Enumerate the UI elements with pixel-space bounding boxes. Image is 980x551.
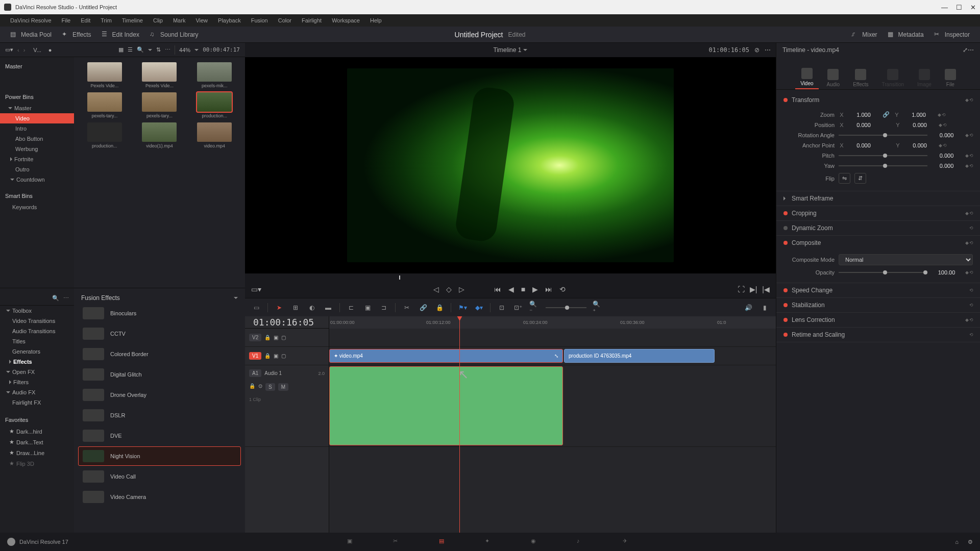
fx-tree-item[interactable]: Toolbox [0, 306, 74, 316]
fx-fav-item[interactable]: ★ Dark...hird [0, 426, 74, 437]
home-icon[interactable]: ⌂ [955, 539, 959, 545]
cropping-header[interactable]: Cropping◆ ⟲ [776, 206, 980, 220]
mixer-toggle[interactable]: ⎎Mixer [846, 29, 882, 40]
stabilization-header[interactable]: Stabilization⟲ [776, 298, 980, 312]
fx-tree-item[interactable]: Fairlight FX [0, 397, 74, 408]
lock-icon[interactable]: 🔒 [264, 335, 271, 340]
fx-item[interactable]: DSLR [78, 406, 241, 425]
keyframe-button[interactable]: ◆ ⟲ [939, 143, 946, 148]
zoom-y-input[interactable]: 1.000 [904, 112, 934, 118]
menu-item[interactable]: Color [273, 17, 297, 23]
play-icon[interactable]: ▶ [532, 285, 538, 293]
bin-item[interactable]: Abo Button [0, 134, 74, 144]
inspector-tab-effects[interactable]: Effects [848, 67, 873, 89]
pitch-slider[interactable] [839, 155, 927, 156]
lens-correction-header[interactable]: Lens Correction◆ ⟲ [776, 313, 980, 327]
bin-view-icon[interactable]: ▭▾ [5, 46, 13, 53]
prev-clip-icon[interactable]: |◀ [762, 285, 770, 293]
yaw-slider[interactable] [839, 165, 927, 166]
color-page-icon[interactable]: ◉ [531, 538, 541, 546]
fx-item[interactable]: Video Camera [78, 487, 241, 507]
pitch-input[interactable]: 0.000 [932, 153, 961, 159]
track-header-v1[interactable]: V1 🔒 ▣ ▢ [245, 347, 329, 365]
go-start-icon[interactable]: ⏮ [494, 285, 501, 293]
fullscreen-icon[interactable]: ⛶ [738, 285, 745, 293]
fairlight-page-icon[interactable]: ♪ [577, 538, 587, 546]
yaw-input[interactable]: 0.000 [932, 163, 961, 169]
fx-tree-item[interactable]: Open FX [0, 367, 74, 377]
menu-item[interactable]: Workspace [327, 17, 365, 23]
sound-library-toggle[interactable]: ♫Sound Library [144, 29, 204, 40]
fx-item[interactable]: Night Vision [78, 446, 241, 466]
viewer[interactable] [245, 57, 776, 273]
timeline-name[interactable]: Timeline 1 [494, 46, 522, 54]
clip-thumb[interactable]: pexels-tary... [134, 92, 185, 118]
loop-icon[interactable]: ⟲ [559, 285, 566, 293]
fx-item[interactable]: Digital Glitch [78, 365, 241, 384]
inspector-tab-file[interactable]: File [940, 67, 961, 89]
selection-tool-icon[interactable]: ➤ [274, 303, 284, 313]
sort-label[interactable]: V... [33, 47, 41, 53]
anchor-y-input[interactable]: 0.000 [905, 142, 935, 148]
track-display-icon[interactable]: ▣ [274, 335, 278, 340]
zoom-x-input[interactable]: 1.000 [849, 112, 878, 118]
speed-change-header[interactable]: Speed Change⟲ [776, 283, 980, 297]
fx-fav-item[interactable]: ★ Dark...Text [0, 437, 74, 447]
playhead[interactable] [459, 316, 460, 533]
keyframe-button[interactable]: ◆ ⟲ [965, 153, 973, 158]
keyframe-button[interactable]: ◆ ⟲ [938, 112, 945, 117]
search-icon[interactable]: 🔍 [52, 295, 59, 302]
fx-tree-item[interactable]: Video Transitions [0, 316, 74, 326]
nav-fwd-icon[interactable]: › [23, 47, 26, 53]
prev-edit-icon[interactable]: ◁ [433, 285, 439, 293]
track-header-v2[interactable]: V2 🔒 ▣ ▢ [245, 329, 329, 347]
menu-item[interactable]: View [190, 17, 213, 23]
stop-icon[interactable]: ■ [521, 285, 525, 293]
timeline-audio-clip[interactable] [329, 366, 563, 445]
more-icon[interactable]: ⋯ [165, 46, 170, 53]
scrubber-marker[interactable] [399, 276, 400, 280]
clip-thumb[interactable]: Pexels Vide... [134, 62, 185, 88]
more-icon[interactable]: ⋯ [63, 295, 69, 302]
fx-tree-item[interactable]: Effects [0, 357, 74, 367]
bypass-icon[interactable]: ⊘ [754, 46, 760, 54]
effects-toggle[interactable]: ✦Effects [57, 29, 96, 40]
viewer-zoom[interactable]: 44% [179, 47, 190, 53]
keyframe-button[interactable]: ◆ ⟲ [965, 270, 973, 275]
expand-icon[interactable]: ⤢ [963, 46, 968, 54]
edit-page-icon[interactable]: ▤ [439, 538, 449, 546]
menu-item[interactable]: Edit [76, 17, 95, 23]
timeline-tracks[interactable]: 01:00:00:00 01:00:12:00 01:00:24:00 01:0… [329, 316, 776, 533]
menu-item[interactable]: Clip [148, 17, 168, 23]
replace-icon[interactable]: ⊐ [379, 303, 389, 313]
overwrite-icon[interactable]: ▣ [362, 303, 373, 313]
blade-edit-icon[interactable]: ✂ [402, 303, 412, 313]
menu-item[interactable]: Playback [213, 17, 246, 23]
menu-item[interactable]: Fairlight [297, 17, 327, 23]
timeline-clip[interactable]: production ID 4763035.mp4 [564, 349, 715, 363]
mute-icon[interactable]: 🔊 [743, 303, 753, 313]
anchor-x-input[interactable]: 0.000 [849, 142, 878, 148]
bin-item[interactable]: Keywords [0, 202, 74, 212]
next-edit-icon[interactable]: ▷ [459, 285, 464, 293]
timeline-view-icon[interactable]: ▭ [251, 303, 261, 313]
bin-item[interactable]: Fortnite [0, 154, 74, 164]
fx-item[interactable]: Colored Border [78, 344, 241, 364]
more-icon[interactable]: ⋯ [968, 46, 974, 54]
fx-item[interactable]: Drone Overlay [78, 385, 241, 405]
cut-page-icon[interactable]: ✂ [393, 538, 403, 546]
fx-tree-item[interactable]: Audio Transitions [0, 326, 74, 336]
flag-icon[interactable]: ⚑▾ [457, 303, 468, 313]
go-end-icon[interactable]: ⏭ [545, 285, 552, 293]
edit-index-toggle[interactable]: ☰Edit Index [96, 29, 144, 40]
composite-header[interactable]: Composite◆ ⟲ [776, 236, 980, 250]
fusion-page-icon[interactable]: ✦ [485, 538, 495, 546]
auto-select-icon[interactable]: ▢ [281, 335, 286, 340]
keyframe-button[interactable]: ◆ ⟲ [965, 163, 973, 168]
audio-meter-icon[interactable]: ▮ [760, 303, 770, 313]
detail-zoom-icon[interactable]: ⊡⁺ [513, 303, 523, 313]
menu-item[interactable]: Timeline [117, 17, 148, 23]
track-a1[interactable] [329, 365, 776, 447]
fx-item[interactable]: Binoculars [78, 304, 241, 323]
menu-item[interactable]: File [57, 17, 76, 23]
